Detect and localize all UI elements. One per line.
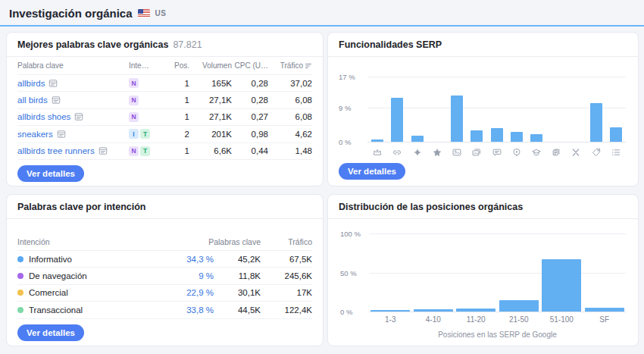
intent-percent-link[interactable]: 33,8 %	[157, 305, 214, 315]
serp-features-icons	[367, 147, 626, 158]
positions-x-axis-label: Posiciones en las SERP de Google	[369, 331, 626, 339]
traffic-value: 6,08	[268, 96, 312, 105]
serp-features-plot: 17 %9 %0 %	[367, 69, 626, 142]
bar	[499, 300, 539, 312]
intent-percent-link[interactable]: 34,3 %	[157, 255, 214, 264]
intent-color-dot	[17, 273, 23, 279]
intent-label: Transaccional	[17, 305, 157, 315]
x-tick-label: 1-3	[369, 315, 412, 324]
keyword-link[interactable]: sneakers	[17, 130, 53, 139]
intent-percent-link[interactable]: 9 %	[157, 271, 214, 280]
star-icon	[432, 147, 442, 158]
intent-label: Informativo	[17, 255, 157, 264]
featured-image-icon	[471, 147, 482, 158]
table-row: all birdsN127,1K0,286,08	[17, 92, 312, 108]
bar-column	[498, 230, 541, 312]
news-icon	[551, 147, 561, 158]
position-value: 1	[165, 96, 189, 105]
bar	[511, 132, 523, 142]
cpc-value: 0,98	[232, 130, 268, 139]
intent-traffic-value: 17K	[261, 288, 312, 297]
serp-snapshot-icon[interactable]	[48, 79, 58, 88]
y-tick-label: 0 %	[340, 308, 364, 316]
bar	[491, 128, 503, 142]
table-row: allbirdsN1165K0,2837,02	[17, 75, 312, 92]
intent-badge-N: N	[129, 96, 139, 105]
cpc-value: 0,28	[232, 79, 268, 88]
volume-value: 27,1K	[189, 112, 232, 121]
volume-value: 165K	[189, 79, 232, 88]
serp-features-panel: Funcionalidades SERP 17 %9 %0 % Ver deta…	[327, 32, 639, 186]
keyword-link[interactable]: allbirds shoes	[17, 112, 70, 121]
page-title: Investigación orgánica	[9, 7, 133, 20]
serp-ver-detalles-button[interactable]: Ver detalles	[339, 163, 405, 180]
intent-traffic-value: 245,6K	[261, 271, 312, 280]
serp-feature-column	[486, 147, 506, 158]
intent-traffic-value: 122,4K	[261, 305, 312, 315]
serp-snapshot-icon[interactable]	[52, 96, 61, 105]
list-item: Transaccional33,8 %44,5K122,4K	[17, 302, 312, 318]
bar	[542, 259, 581, 312]
bar	[590, 103, 602, 142]
keywords-table-header: Palabra clave Inte… Pos. Volumen CPC (U……	[17, 57, 312, 75]
column-cpc: CPC (U…	[232, 61, 268, 70]
panel-header: Funcionalidades SERP	[328, 33, 638, 57]
positions-plot: 100 %50 %0 %	[369, 230, 626, 312]
bar	[411, 136, 424, 142]
serp-feature-column	[546, 147, 566, 158]
intent-ver-detalles-button[interactable]: Ver detalles	[17, 324, 84, 341]
traffic-value: 37,02	[268, 79, 312, 88]
y-tick-label: 50 %	[340, 269, 364, 277]
position-value: 1	[165, 79, 189, 88]
traffic-value: 4,62	[268, 130, 312, 139]
keyword-link[interactable]: allbirds	[17, 79, 45, 88]
intent-badge-T: T	[140, 129, 150, 139]
column-intencion: Intención	[17, 237, 157, 246]
panel-header: Palabras clave por intención	[7, 195, 323, 219]
serp-snapshot-icon[interactable]	[74, 112, 83, 121]
bar-column	[546, 69, 566, 142]
intent-label: De navegación	[17, 271, 157, 280]
bar-column	[407, 69, 427, 142]
x-twitter-icon	[571, 147, 581, 158]
keyword-link[interactable]: allbirds tree runners	[17, 146, 95, 155]
intent-badge-T: T	[140, 146, 150, 156]
bar-column	[486, 69, 506, 142]
keywords-ver-detalles-button[interactable]: Ver detalles	[17, 165, 84, 182]
bar-column	[566, 69, 586, 142]
panel-title: Palabras clave por intención	[17, 202, 146, 212]
bar-column	[583, 230, 627, 312]
panel-title: Distribución de las posiciones orgánicas	[339, 202, 523, 212]
serp-feature-column	[507, 147, 527, 158]
intent-badges: NT	[129, 146, 165, 156]
bars	[367, 69, 626, 142]
column-posicion: Pos.	[165, 61, 189, 70]
bar	[470, 130, 483, 142]
bar-column	[455, 230, 498, 312]
keywords-table: Palabra clave Inte… Pos. Volumen CPC (U……	[7, 57, 323, 160]
keyword-link[interactable]: all birds	[17, 96, 48, 105]
crown-icon	[372, 147, 383, 158]
keyword-cell: allbirds shoes	[17, 112, 129, 121]
x-tick-label: SF	[583, 315, 627, 324]
serp-feature-column	[467, 147, 486, 158]
bar	[370, 310, 410, 312]
list-item: De navegación9 %11,8K245,6K	[17, 268, 312, 284]
gridline: 0 %	[369, 312, 626, 312]
bar-column	[369, 230, 412, 312]
serp-snapshot-icon[interactable]	[98, 146, 108, 155]
bars	[369, 230, 626, 312]
volume-value: 201K	[189, 130, 232, 139]
serp-feature-column	[447, 147, 467, 158]
table-row: sneakersIT2201K0,984,62	[17, 126, 312, 143]
intent-keywords-value: 44,5K	[214, 305, 261, 315]
y-tick-label: 9 %	[339, 104, 363, 112]
bar-column	[507, 69, 527, 142]
serp-features-chart: 17 %9 %0 %	[367, 69, 626, 158]
bar-column	[427, 69, 447, 142]
y-tick-label: 0 %	[339, 138, 363, 146]
serp-snapshot-icon[interactable]	[57, 130, 66, 139]
intent-percent-link[interactable]: 22,9 %	[157, 288, 214, 297]
serp-feature-column	[427, 147, 447, 158]
keyword-cell: allbirds tree runners	[17, 146, 129, 155]
